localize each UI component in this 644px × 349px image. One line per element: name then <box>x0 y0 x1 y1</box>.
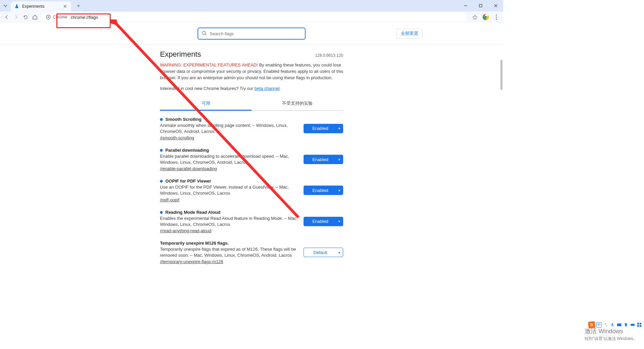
warning-prefix: WARNING: EXPERIMENTAL FEATURES AHEAD! <box>160 62 258 67</box>
chevron-down-icon: ▾ <box>338 251 340 254</box>
flag-title: Reading Mode Read Aloud <box>165 210 220 215</box>
chevron-down-icon: ▾ <box>338 219 340 223</box>
flag-row: Reading Mode Read AloudEnables the exper… <box>160 210 343 233</box>
svg-point-9 <box>496 14 497 15</box>
flag-description: Temporarily unexpire flags that expired … <box>160 246 300 258</box>
flag-permalink[interactable]: #read-anything-read-aloud <box>160 228 211 233</box>
flag-description: Animate smoothly when scrolling page con… <box>160 122 300 135</box>
reset-all-button[interactable]: 全部重置 <box>396 29 423 39</box>
flag-dropdown[interactable]: Enabled▾ <box>304 217 343 226</box>
flag-row: Smooth ScrollingAnimate smoothly when sc… <box>160 117 343 140</box>
modified-dot-icon <box>160 149 163 152</box>
tab-search-button[interactable] <box>2 2 9 9</box>
flag-dropdown[interactable]: Enabled▾ <box>304 124 343 133</box>
beta-suggestion: Interested in cool new Chrome features? … <box>160 86 343 91</box>
flask-icon <box>14 4 19 9</box>
tab-available[interactable]: 可用 <box>160 97 252 111</box>
window-controls <box>458 0 503 11</box>
modified-dot-icon <box>160 211 163 214</box>
kebab-menu-button[interactable] <box>492 12 501 22</box>
flag-dropdown[interactable]: Default▾ <box>304 248 343 257</box>
home-button[interactable] <box>30 12 40 22</box>
page-content: 全部重置 Experiments 128.0.6613.120 WARNING:… <box>0 23 503 272</box>
flag-row: Parallel downloadingEnable parallel down… <box>160 148 343 171</box>
flag-description: Enables the experimental Read Aloud feat… <box>160 215 300 228</box>
tabstrip: Experiments ✕ ＋ <box>2 0 83 11</box>
flag-dropdown[interactable]: Enabled▾ <box>304 155 343 164</box>
modified-dot-icon <box>160 180 163 183</box>
flag-permalink[interactable]: #smooth-scrolling <box>160 135 194 140</box>
flag-description: Enable parallel downloading to accelerat… <box>160 153 300 165</box>
search-flags-input[interactable] <box>210 31 302 36</box>
search-flags-box[interactable] <box>198 28 306 40</box>
new-tab-button[interactable]: ＋ <box>74 1 83 10</box>
annotation-highlight-box <box>56 13 111 28</box>
flag-title: Parallel downloading <box>165 148 209 153</box>
scrollbar-thumb[interactable] <box>500 60 502 90</box>
bookmark-star-button[interactable] <box>470 12 480 22</box>
search-icon <box>202 31 207 37</box>
chrome-version: 128.0.6613.120 <box>315 53 343 58</box>
reload-button[interactable] <box>21 12 30 22</box>
chevron-down-icon: ▾ <box>338 189 340 192</box>
browser-titlebar: Experiments ✕ ＋ <box>0 0 503 11</box>
maximize-button[interactable] <box>473 0 488 11</box>
flag-title: Temporarily unexpire M126 flags. <box>160 241 229 246</box>
browser-tab[interactable]: Experiments ✕ <box>11 1 71 11</box>
profile-avatar-button[interactable] <box>481 12 490 22</box>
beta-channel-link[interactable]: beta channel <box>255 86 279 91</box>
svg-point-10 <box>496 16 497 17</box>
flag-title: Smooth Scrolling <box>165 117 202 122</box>
forward-button[interactable] <box>11 12 21 22</box>
flag-description: Use an OOPIF for the PDF Viewer, instead… <box>160 184 300 196</box>
flag-row: Temporarily unexpire M127 flags.Temporar… <box>160 271 343 272</box>
page-title: Experiments <box>160 50 201 59</box>
svg-point-11 <box>496 18 497 19</box>
flag-permalink[interactable]: #pdf-oopif <box>160 197 179 202</box>
svg-rect-1 <box>479 4 482 7</box>
flag-permalink[interactable]: #enable-parallel-downloading <box>160 166 217 171</box>
tab-close-button[interactable]: ✕ <box>62 4 68 9</box>
svg-point-6 <box>48 16 49 18</box>
svg-line-14 <box>205 34 206 35</box>
flag-title: OOPIF for PDF Viewer <box>165 179 211 184</box>
main-content: Experiments 128.0.6613.120 WARNING: EXPE… <box>160 45 343 272</box>
flag-row: Temporarily unexpire M126 flags.Temporar… <box>160 241 343 264</box>
site-info-icon[interactable] <box>46 14 51 20</box>
tab-unavailable[interactable]: 不受支持的实验 <box>252 97 343 110</box>
flag-dropdown[interactable]: Enabled▾ <box>304 186 343 195</box>
chevron-down-icon: ▾ <box>338 127 340 130</box>
url-text[interactable]: chrome://flags <box>71 15 463 20</box>
flag-row: OOPIF for PDF ViewerUse an OOPIF for the… <box>160 179 343 202</box>
tab-title: Experiments <box>22 4 62 9</box>
svg-point-13 <box>202 31 205 34</box>
back-button[interactable] <box>2 12 11 22</box>
flag-title: Temporarily unexpire M127 flags. <box>160 271 229 272</box>
warning-text: WARNING: EXPERIMENTAL FEATURES AHEAD! By… <box>160 62 343 81</box>
flags-list: Smooth ScrollingAnimate smoothly when sc… <box>160 117 343 272</box>
flag-permalink[interactable]: #temporary-unexpire-flags-m126 <box>160 259 223 264</box>
chevron-down-icon: ▾ <box>338 158 340 161</box>
modified-dot-icon <box>160 118 163 121</box>
minimize-button[interactable] <box>458 0 473 11</box>
close-window-button[interactable] <box>488 0 503 11</box>
flags-tabs: 可用 不受支持的实验 <box>160 97 343 111</box>
